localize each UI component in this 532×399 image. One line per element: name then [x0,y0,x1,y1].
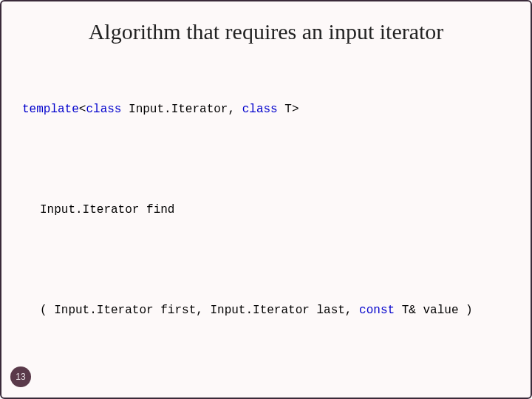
page-number-badge: 13 [10,366,31,387]
code-text: < [79,103,86,116]
slide-title: Algorithm that requires an input iterato… [22,19,510,44]
code-line-2: Input.Iterator find [22,201,510,219]
code-line-1: template<class Input.Iterator, class T> [22,100,510,119]
code-text: T& value ) [395,304,473,317]
kw-class: class [242,103,278,116]
kw-const: const [359,304,395,317]
code-text: T> [278,103,299,116]
slide-frame: Algorithm that requires an input iterato… [0,0,532,399]
code-text: ( Input.Iterator first, Input.Iterator l… [40,304,359,317]
blank-line [22,155,510,164]
code-block: template<class Input.Iterator, class T> … [22,64,510,399]
blank-line [22,256,510,265]
kw-class: class [86,103,121,116]
blank-line [22,356,510,365]
code-text: Input.Iterator, [121,103,242,116]
page-number: 13 [16,372,25,382]
code-line-3: ( Input.Iterator first, Input.Iterator l… [22,301,510,320]
kw-template: template [22,103,79,116]
